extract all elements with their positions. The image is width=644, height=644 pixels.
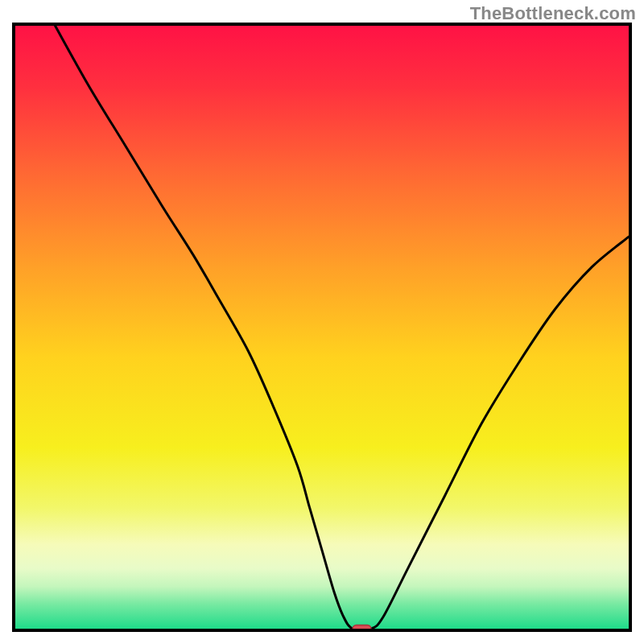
chart-container: TheBottleneck.com [0, 0, 644, 644]
optimal-point-marker [353, 625, 371, 629]
plot-frame [12, 23, 632, 632]
watermark-text: TheBottleneck.com [470, 3, 636, 24]
plot-svg [15, 26, 629, 629]
